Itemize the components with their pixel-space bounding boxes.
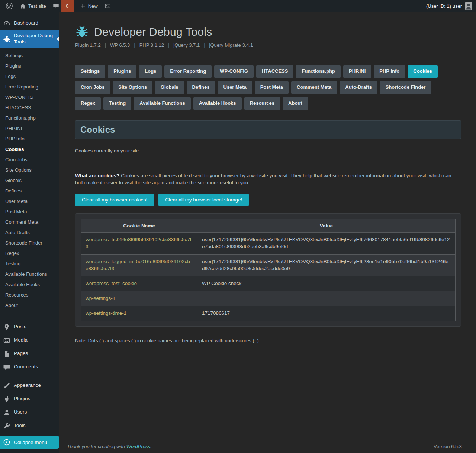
sidebar-item-regex[interactable]: Regex: [0, 248, 60, 259]
sidebar-item-available-hooks[interactable]: Available Hooks: [0, 279, 60, 290]
footer-thanks: Thank you for creating with WordPress.: [67, 444, 152, 449]
media-shortcut[interactable]: [101, 0, 114, 12]
tab-resources[interactable]: Resources: [244, 97, 280, 110]
version-text: Version 6.5.3: [434, 444, 462, 449]
sidebar-item-plugins[interactable]: Plugins: [0, 392, 60, 406]
tab-defines[interactable]: Defines: [187, 81, 215, 94]
user-account-text[interactable]: (User ID: 1) user: [426, 3, 462, 9]
section-title: Cookies: [80, 124, 115, 135]
sidebar-item-post-meta[interactable]: Post Meta: [0, 207, 60, 217]
sidebar-item-globals[interactable]: Globals: [0, 175, 60, 186]
sidebar-item-testing[interactable]: Testing: [0, 259, 60, 269]
sidebar-item-cookies[interactable]: Cookies: [0, 144, 60, 155]
comments-link[interactable]: [49, 0, 61, 12]
cookies-description-body: Cookies are small pieces of text sent to…: [75, 173, 451, 185]
collapse-menu-label: Collapse menu: [14, 440, 47, 445]
tab-post-meta[interactable]: Post Meta: [255, 81, 289, 94]
sidebar-item-users[interactable]: Users: [0, 406, 60, 419]
sidebar-item-dashboard[interactable]: Dashboard: [0, 16, 60, 30]
sidebar-item-defines[interactable]: Defines: [0, 186, 60, 196]
cookies-description: What are cookies?Cookies are small piece…: [75, 172, 454, 187]
comment-count-badge[interactable]: 0: [61, 0, 74, 12]
sidebar-item-posts[interactable]: Posts: [0, 320, 60, 334]
tab-auto-drafts[interactable]: Auto-Drafts: [340, 81, 377, 94]
tab-globals[interactable]: Globals: [155, 81, 184, 94]
tab-php-ini[interactable]: PHP.INI: [343, 65, 371, 78]
cookie-table-row: wordpress_logged_in_5c016e8f0f95f039102c…: [81, 255, 456, 276]
avatar[interactable]: [465, 2, 472, 10]
tab-cron-jobs[interactable]: Cron Jobs: [75, 81, 110, 94]
tab-shortcode-finder[interactable]: Shortcode Finder: [380, 81, 431, 94]
sidebar-item-shortcode-finder[interactable]: Shortcode Finder: [0, 238, 60, 248]
cookies-description-lead: What are cookies?: [75, 173, 119, 178]
sidebar-item-comment-meta[interactable]: Comment Meta: [0, 217, 60, 227]
tab-available-functions[interactable]: Available Functions: [134, 97, 190, 110]
sidebar-item-functions-php[interactable]: Functions.php: [0, 113, 60, 123]
pages-icon: [3, 350, 10, 357]
tab-functions-php[interactable]: Functions.php: [296, 65, 341, 78]
tab-htaccess[interactable]: HTACCESS: [256, 65, 294, 78]
tab-php-info[interactable]: PHP Info: [374, 65, 405, 78]
new-label: New: [88, 3, 98, 9]
clear-local-storage-button[interactable]: Clear all my browser local storage!: [158, 194, 249, 206]
sidebar-item-site-options[interactable]: Site Options: [0, 165, 60, 175]
sidebar-item-pages[interactable]: Pages: [0, 347, 60, 360]
site-name-link[interactable]: Test site: [16, 0, 49, 12]
tab-user-meta[interactable]: User Meta: [218, 81, 252, 94]
plus-icon: [80, 3, 86, 9]
tab-site-options[interactable]: Site Options: [113, 81, 152, 94]
tab-settings[interactable]: Settings: [75, 65, 105, 78]
new-content-button[interactable]: New: [76, 0, 101, 12]
collapse-icon: [3, 439, 10, 446]
media-icon: [3, 337, 10, 344]
sidebar-item-label: Posts: [14, 324, 26, 330]
cookie-name-cell: wordpress_logged_in_5c016e8f0f95f039102c…: [81, 255, 197, 276]
cookie-table-row: wp-settings-time-11717086617: [81, 306, 456, 321]
sidebar-item-user-meta[interactable]: User Meta: [0, 196, 60, 207]
sidebar-item-label: Plugins: [14, 396, 30, 402]
clear-cookies-button[interactable]: Clear all my browser cookies!: [75, 194, 154, 206]
sidebar-item-wp-config[interactable]: WP-CONFIG: [0, 92, 60, 103]
sidebar-item-resources[interactable]: Resources: [0, 290, 60, 300]
tab-logs[interactable]: Logs: [139, 65, 162, 78]
sidebar-item-plugins[interactable]: Plugins: [0, 61, 60, 71]
sidebar-item-error-reporting[interactable]: Error Reporting: [0, 82, 60, 92]
sidebar-item-php-ini[interactable]: PHP.INI: [0, 123, 60, 134]
sidebar-item-available-functions[interactable]: Available Functions: [0, 269, 60, 279]
wordpress-logo[interactable]: [2, 0, 16, 12]
sidebar-item-comments[interactable]: Comments: [0, 360, 60, 374]
sidebar-item-htaccess[interactable]: HTACCESS: [0, 103, 60, 113]
sidebar-item-auto-drafts[interactable]: Auto-Drafts: [0, 227, 60, 238]
tab-comment-meta[interactable]: Comment Meta: [291, 81, 337, 94]
tab-error-reporting[interactable]: Error Reporting: [164, 65, 212, 78]
meta-separator: |: [134, 42, 135, 48]
clear-buttons-row: Clear all my browser cookies! Clear all …: [75, 194, 461, 206]
tab-available-hooks[interactable]: Available Hooks: [193, 97, 242, 110]
collapse-menu-button[interactable]: Collapse menu: [0, 436, 60, 449]
sidebar-item-media[interactable]: Media: [0, 334, 60, 347]
plugin-bug-logo-icon: [75, 25, 89, 38]
cookie-value-cell: WP Cookie check: [197, 276, 456, 291]
wordpress-link[interactable]: WordPress: [126, 444, 150, 449]
sidebar-item-tools[interactable]: Tools: [0, 419, 60, 433]
tools-icon: [3, 422, 10, 430]
plugins-icon: [3, 395, 10, 403]
cookie-table-row: wordpress_5c016e8f0f95f039102cbe8366c5c7…: [81, 233, 456, 255]
sidebar-item-logs[interactable]: Logs: [0, 71, 60, 82]
sidebar-item-cron-jobs[interactable]: Cron Jobs: [0, 155, 60, 165]
tab-plugins[interactable]: Plugins: [108, 65, 136, 78]
tab-testing[interactable]: Testing: [103, 97, 131, 110]
cookie-table-row: wp-settings-1: [81, 291, 456, 306]
tab-about[interactable]: About: [283, 97, 308, 110]
sidebar-item-developer-debug-tools[interactable]: Developer Debug Tools: [0, 30, 60, 48]
sidebar-item-settings[interactable]: Settings: [0, 51, 60, 61]
sidebar-item-php-info[interactable]: PHP Info: [0, 134, 60, 144]
note-text: Note: Dots (.) and spaces ( ) in cookie …: [75, 338, 461, 343]
sidebar-item-about[interactable]: About: [0, 300, 60, 311]
meta-separator: |: [204, 42, 205, 48]
debug-tabs: SettingsPluginsLogsError ReportingWP-CON…: [75, 65, 451, 110]
tab-cookies[interactable]: Cookies: [408, 65, 438, 78]
tab-regex[interactable]: Regex: [75, 97, 101, 110]
sidebar-item-appearance[interactable]: Appearance: [0, 379, 60, 392]
tab-wp-config[interactable]: WP-CONFIG: [214, 65, 254, 78]
